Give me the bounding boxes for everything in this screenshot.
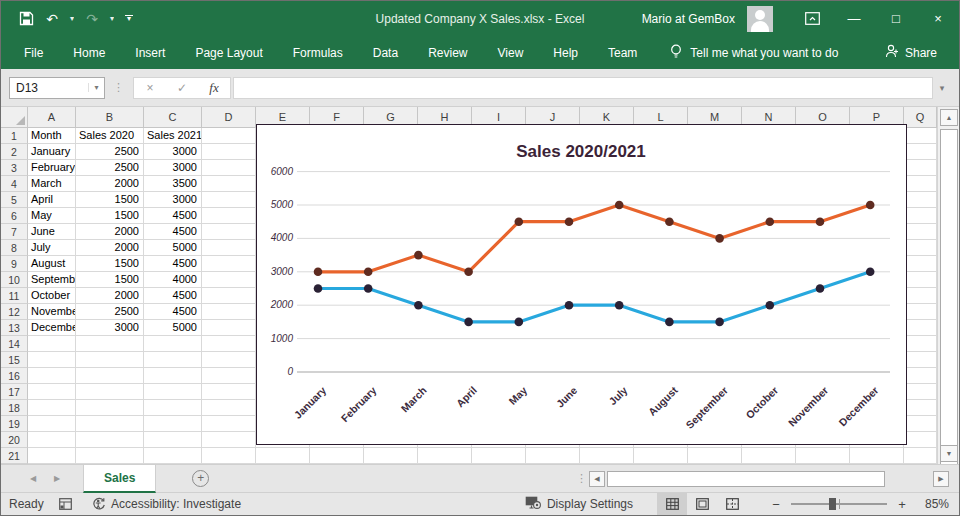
ribbon-tab-data[interactable]: Data bbox=[358, 38, 413, 68]
embedded-chart[interactable]: 0100020003000400050006000JanuaryFebruary… bbox=[256, 124, 907, 445]
cell-B7[interactable]: 2000 bbox=[76, 224, 144, 240]
cell-A18[interactable] bbox=[28, 400, 76, 416]
ribbon-display-options-icon[interactable] bbox=[791, 1, 833, 36]
row-header-21[interactable]: 21 bbox=[1, 448, 28, 464]
row-header-3[interactable]: 3 bbox=[1, 160, 28, 176]
tell-me-box[interactable]: Tell me what you want to do bbox=[670, 44, 838, 62]
row-header-10[interactable]: 10 bbox=[1, 272, 28, 288]
cell-A9[interactable]: August bbox=[28, 256, 76, 272]
normal-view-button[interactable] bbox=[657, 493, 687, 516]
cell-A13[interactable]: December bbox=[28, 320, 76, 336]
cell-Q19[interactable] bbox=[904, 416, 937, 432]
ribbon-tab-page-layout[interactable]: Page Layout bbox=[180, 38, 277, 68]
cell-C2[interactable]: 3000 bbox=[144, 144, 202, 160]
row-header-13[interactable]: 13 bbox=[1, 320, 28, 336]
scroll-up-icon[interactable]: ▲ bbox=[940, 109, 958, 126]
enter-entry-icon[interactable]: ✓ bbox=[166, 81, 198, 95]
cell-C8[interactable]: 5000 bbox=[144, 240, 202, 256]
cell-D6[interactable] bbox=[202, 208, 256, 224]
cell-C4[interactable]: 3500 bbox=[144, 176, 202, 192]
redo-button[interactable]: ↷ bbox=[81, 8, 103, 30]
cell-D18[interactable] bbox=[202, 400, 256, 416]
cell-C1[interactable]: Sales 2021 bbox=[144, 128, 202, 144]
row-header-2[interactable]: 2 bbox=[1, 144, 28, 160]
cell-C17[interactable] bbox=[144, 384, 202, 400]
cell-D14[interactable] bbox=[202, 336, 256, 352]
zoom-slider-track[interactable] bbox=[791, 503, 887, 505]
cell-L21[interactable] bbox=[634, 448, 688, 464]
column-header-B[interactable]: B bbox=[76, 107, 144, 128]
display-settings-button[interactable]: Display Settings bbox=[525, 496, 633, 512]
cell-D5[interactable] bbox=[202, 192, 256, 208]
cell-A20[interactable] bbox=[28, 432, 76, 448]
name-box[interactable]: D13 ▾ bbox=[9, 77, 105, 99]
previous-sheet-icon[interactable]: ◀ bbox=[21, 474, 45, 483]
ribbon-tab-view[interactable]: View bbox=[483, 38, 539, 68]
row-header-5[interactable]: 5 bbox=[1, 192, 28, 208]
cell-I21[interactable] bbox=[472, 448, 526, 464]
column-header-A[interactable]: A bbox=[28, 107, 76, 128]
cell-B15[interactable] bbox=[76, 352, 144, 368]
cell-C21[interactable] bbox=[144, 448, 202, 464]
cell-B21[interactable] bbox=[76, 448, 144, 464]
cell-D12[interactable] bbox=[202, 304, 256, 320]
select-all-button[interactable] bbox=[1, 107, 28, 128]
undo-button[interactable]: ↶ bbox=[41, 8, 63, 30]
cell-A7[interactable]: June bbox=[28, 224, 76, 240]
ribbon-tab-insert[interactable]: Insert bbox=[120, 38, 180, 68]
scroll-down-icon[interactable]: ▼ bbox=[940, 445, 958, 462]
cell-C12[interactable]: 4500 bbox=[144, 304, 202, 320]
row-header-18[interactable]: 18 bbox=[1, 400, 28, 416]
cell-Q17[interactable] bbox=[904, 384, 937, 400]
cell-A11[interactable]: October bbox=[28, 288, 76, 304]
cell-C6[interactable]: 4500 bbox=[144, 208, 202, 224]
cell-D1[interactable] bbox=[202, 128, 256, 144]
row-header-20[interactable]: 20 bbox=[1, 432, 28, 448]
cell-B9[interactable]: 1500 bbox=[76, 256, 144, 272]
close-button[interactable]: × bbox=[917, 1, 959, 36]
row-header-16[interactable]: 16 bbox=[1, 368, 28, 384]
cancel-entry-icon[interactable]: × bbox=[134, 81, 166, 95]
scroll-left-icon[interactable]: ◀ bbox=[589, 471, 605, 487]
cell-A16[interactable] bbox=[28, 368, 76, 384]
horizontal-scroll-thumb[interactable] bbox=[607, 471, 885, 487]
cell-Q18[interactable] bbox=[904, 400, 937, 416]
cell-D17[interactable] bbox=[202, 384, 256, 400]
formula-bar-expand-icon[interactable]: ▾ bbox=[933, 83, 951, 93]
cell-Q13[interactable] bbox=[904, 320, 937, 336]
cell-D7[interactable] bbox=[202, 224, 256, 240]
cell-Q12[interactable] bbox=[904, 304, 937, 320]
cell-Q21[interactable] bbox=[904, 448, 937, 464]
cell-B13[interactable]: 3000 bbox=[76, 320, 144, 336]
cell-B19[interactable] bbox=[76, 416, 144, 432]
name-box-dropdown-icon[interactable]: ▾ bbox=[88, 83, 104, 92]
ribbon-tab-formulas[interactable]: Formulas bbox=[278, 38, 358, 68]
cell-J21[interactable] bbox=[526, 448, 580, 464]
cell-C18[interactable] bbox=[144, 400, 202, 416]
cell-A17[interactable] bbox=[28, 384, 76, 400]
ribbon-tab-review[interactable]: Review bbox=[413, 38, 482, 68]
user-avatar[interactable] bbox=[747, 6, 773, 32]
column-header-Q[interactable]: Q bbox=[904, 107, 937, 128]
cell-P21[interactable] bbox=[850, 448, 904, 464]
cell-D3[interactable] bbox=[202, 160, 256, 176]
cell-C13[interactable]: 5000 bbox=[144, 320, 202, 336]
vertical-scrollbar[interactable]: ▲ ▼ bbox=[937, 107, 959, 464]
next-sheet-icon[interactable]: ▶ bbox=[45, 474, 69, 483]
cell-Q14[interactable] bbox=[904, 336, 937, 352]
row-header-9[interactable]: 9 bbox=[1, 256, 28, 272]
cell-E21[interactable] bbox=[256, 448, 310, 464]
cell-A4[interactable]: March bbox=[28, 176, 76, 192]
cell-A3[interactable]: February bbox=[28, 160, 76, 176]
cell-O21[interactable] bbox=[796, 448, 850, 464]
page-break-preview-button[interactable] bbox=[717, 493, 747, 516]
horizontal-scrollbar[interactable]: ◀ ▶ bbox=[589, 470, 949, 488]
cell-Q10[interactable] bbox=[904, 272, 937, 288]
redo-dropdown-icon[interactable]: ▾ bbox=[107, 8, 117, 30]
insert-function-icon[interactable]: fx bbox=[198, 80, 230, 96]
cell-C20[interactable] bbox=[144, 432, 202, 448]
cell-D8[interactable] bbox=[202, 240, 256, 256]
cell-C10[interactable]: 4000 bbox=[144, 272, 202, 288]
cell-A2[interactable]: January bbox=[28, 144, 76, 160]
cell-C15[interactable] bbox=[144, 352, 202, 368]
